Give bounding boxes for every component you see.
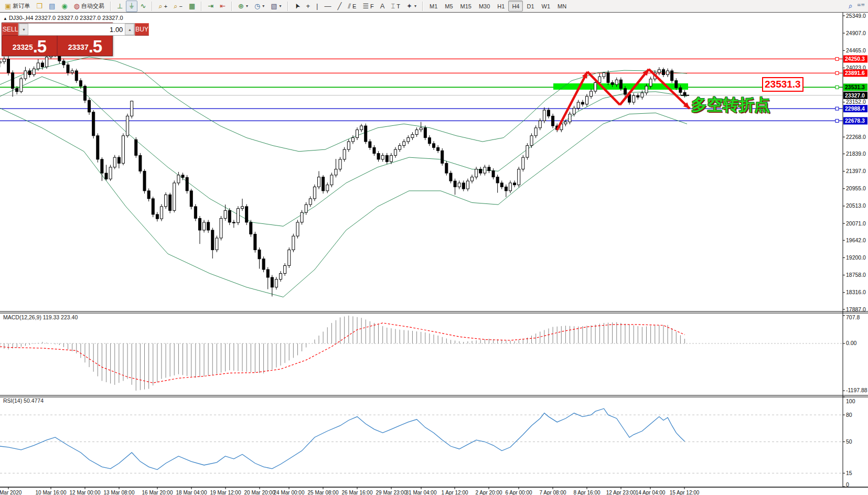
zoom-in-button[interactable]: ⌕+	[155, 1, 170, 12]
candle-body	[216, 238, 218, 250]
chinese-annotation-text[interactable]: 多空转折点	[691, 94, 770, 116]
line-handle[interactable]	[835, 57, 839, 60]
candle-body	[186, 177, 188, 191]
search-icon[interactable]: ⌕	[849, 2, 853, 10]
volume-input[interactable]	[28, 24, 125, 35]
zoom-in-icon: ⌕	[158, 3, 162, 9]
volume-increase-button[interactable]: ▲	[125, 24, 134, 35]
templates-button[interactable]: ▧▾	[267, 1, 284, 12]
text-button[interactable]: A	[377, 1, 388, 12]
collapse-panel-icon[interactable]: ▲	[3, 16, 7, 21]
buy-price-button[interactable]: 23337.5	[57, 36, 112, 56]
candle-body	[433, 144, 435, 148]
candle-body	[585, 96, 588, 104]
new-order-button-label: 新订单	[13, 2, 30, 10]
candle-body	[101, 159, 103, 173]
candle-body	[177, 175, 180, 183]
buy-button[interactable]: BUY	[135, 23, 149, 36]
horizontal-line-button[interactable]: —	[321, 1, 334, 12]
bar-chart-button[interactable]: ⊥	[114, 1, 126, 12]
line-handle[interactable]	[835, 119, 839, 122]
time-axis-label: 13 Mar 08:00	[104, 490, 135, 495]
new-order-icon: ▣	[5, 3, 11, 9]
timeframe-d1[interactable]: D1	[523, 1, 538, 12]
candle-body	[649, 79, 652, 87]
timeframe-h1[interactable]: H1	[494, 1, 508, 12]
charts-button[interactable]: ❒	[33, 1, 46, 12]
timeframe-group: M1M5M15M30H1H4D1W1MN	[424, 0, 572, 12]
price-tag-label: 24250.3	[845, 56, 865, 62]
candle-body	[105, 173, 108, 179]
periods-button[interactable]: ◷▾	[251, 1, 267, 12]
signals-button[interactable]: ◉	[58, 1, 70, 12]
timeframe-mn[interactable]: MN	[554, 1, 570, 12]
timeframe-w1[interactable]: W1	[538, 1, 554, 12]
candle-body	[381, 155, 384, 159]
candle-body	[347, 142, 350, 149]
candle-body	[322, 177, 325, 191]
arrows-button[interactable]: ✦▾	[403, 1, 420, 12]
autotrading-button[interactable]: ◍自动交易	[71, 1, 108, 12]
sell-price-main: 23325	[13, 39, 33, 55]
tile-windows-button[interactable]: ▦	[186, 1, 198, 12]
indicators-button[interactable]: ⊕▾	[235, 1, 251, 12]
new-order-button[interactable]: ▣新订单	[2, 1, 33, 12]
candle-body	[16, 89, 18, 92]
autoscroll-icon: ⇥	[208, 3, 213, 9]
sell-price-button[interactable]: 23325.5	[2, 36, 57, 56]
candle-body	[462, 183, 465, 189]
line-handle[interactable]	[835, 71, 839, 74]
symbol-ohlc-line: ▲DJ30-,H4 23327.0 23327.0 23327.0 23327.…	[3, 15, 123, 21]
toolbar-separator	[422, 2, 423, 11]
candle-body	[330, 175, 333, 185]
line-handle[interactable]	[835, 85, 839, 89]
cursor-button[interactable]: ➤	[291, 1, 303, 12]
candle-body	[258, 250, 261, 259]
line-chart-button[interactable]: ∿	[137, 1, 149, 12]
sell-button[interactable]: SELL	[2, 23, 18, 36]
timeframe-m15[interactable]: M15	[457, 1, 475, 12]
chat-icon[interactable]: ❝❞	[857, 2, 865, 10]
candle-body	[373, 147, 376, 153]
chevron-down-icon[interactable]: ▾	[246, 4, 248, 8]
candle-body	[607, 73, 609, 83]
candle-body	[411, 135, 414, 138]
crosshair-button[interactable]: +	[303, 1, 313, 12]
price-callout-box[interactable]: 23531.3	[762, 77, 803, 92]
chevron-down-icon[interactable]: ▾	[280, 4, 282, 8]
candle-body	[313, 187, 316, 199]
candle-body	[113, 157, 116, 167]
time-axis-label: 10 Mar 16:00	[36, 490, 67, 495]
volume-decrease-button[interactable]: ▼	[19, 24, 28, 35]
main-pane	[0, 48, 843, 297]
timeframe-m5[interactable]: M5	[441, 1, 456, 12]
line-handle[interactable]	[835, 107, 839, 110]
candle-body	[351, 138, 354, 142]
macd-axis-label: 707.8	[846, 314, 860, 320]
timeframe-m1[interactable]: M1	[426, 1, 441, 12]
zoom-out-button[interactable]: ⌕−	[170, 1, 186, 12]
chart-shift-button[interactable]: ⇤	[217, 1, 229, 12]
chevron-down-icon[interactable]: ▾	[414, 4, 416, 8]
profile-button[interactable]: ▤	[46, 1, 58, 12]
candlestick-chart-button[interactable]: ⏚	[126, 1, 137, 12]
chevron-down-icon[interactable]: ▾	[262, 4, 264, 8]
autoscroll-button[interactable]: ⇥	[205, 1, 217, 12]
candle-body	[284, 265, 286, 273]
vertical-line-button[interactable]: |	[313, 1, 321, 12]
chart-area[interactable]: MACD(12,26,9) 119.33 223.40 RSI(14) 50.4…	[0, 13, 868, 495]
rsi-line	[0, 408, 684, 469]
time-axis-label: 18 Mar 04:00	[176, 490, 207, 495]
timeframe-h4[interactable]: H4	[508, 1, 523, 12]
rsi-axis-label: 50	[846, 438, 852, 445]
time-axis: 9 Mar 202010 Mar 16:0012 Mar 00:0013 Mar…	[0, 487, 700, 495]
channel-button[interactable]: ⫽E	[345, 1, 359, 12]
text-label-button[interactable]: ⌶T	[388, 1, 404, 12]
fibonacci-button[interactable]: ☰F	[359, 1, 377, 12]
trendline-button[interactable]: ╱	[334, 1, 345, 12]
candle-body	[326, 185, 329, 191]
candle-body	[569, 114, 571, 122]
candle-body	[534, 128, 537, 136]
candle-body	[590, 91, 593, 96]
timeframe-m30[interactable]: M30	[475, 1, 494, 12]
